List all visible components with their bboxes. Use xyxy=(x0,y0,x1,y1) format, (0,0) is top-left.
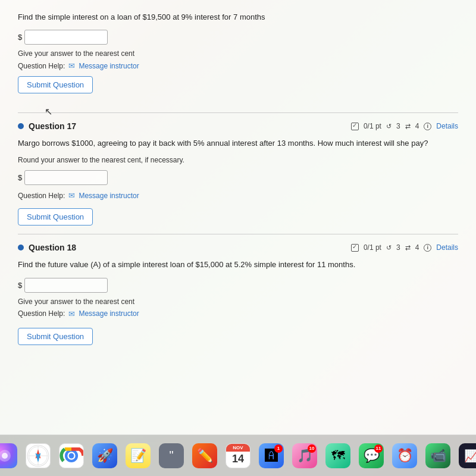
q18-mail-icon xyxy=(68,309,75,318)
prev-hint-text: Give your answer to the nearest cent xyxy=(18,49,458,58)
question-18-block: Question 18 0/1 pt ↺ 3 ⇄ 4 i Details Fin… xyxy=(18,234,458,345)
prev-dollar-sign: $ xyxy=(18,33,22,42)
q18-submit-button[interactable]: Submit Question xyxy=(18,328,93,345)
question-17-meta: 0/1 pt ↺ 3 ⇄ 4 i Details xyxy=(351,122,458,130)
q18-score: 0/1 pt xyxy=(364,243,381,252)
q17-mail-icon xyxy=(68,191,75,200)
prev-question-block: Find the simple interest on a loan of $1… xyxy=(18,12,458,103)
q18-info-icon[interactable]: i xyxy=(424,244,431,252)
q17-score: 0/1 pt xyxy=(364,122,381,130)
q18-message-instructor-link[interactable]: Message instructor xyxy=(79,309,139,318)
q17-problem-text: Margo borrows $1000, agreeing to pay it … xyxy=(18,138,458,149)
question-17-label: Question 17 xyxy=(29,121,76,131)
q17-details-link[interactable]: Details xyxy=(436,122,458,130)
q17-check xyxy=(351,123,359,130)
dock-rocket[interactable]: 🚀 xyxy=(90,441,119,470)
q17-retries: 3 xyxy=(396,122,400,130)
q18-retries: 3 xyxy=(396,243,400,252)
q17-answer-row: $ xyxy=(18,170,458,185)
q18-hint-text: Give your answer to the nearest cent xyxy=(18,298,458,306)
question-18-meta: 0/1 pt ↺ 3 ⇄ 4 i Details xyxy=(351,243,458,252)
question-17-block: Question 17 0/1 pt ↺ 3 ⇄ 4 i Details Mar… xyxy=(18,112,458,226)
question-18-dot xyxy=(18,245,24,250)
dock-messages[interactable]: 💬 11 xyxy=(357,441,386,470)
prev-question-help: Question Help: Message instructor xyxy=(18,61,458,70)
question-17-body: Margo borrows $1000, agreeing to pay it … xyxy=(18,138,458,226)
dock-notes[interactable]: 📝 xyxy=(124,441,152,470)
dock-appstore[interactable]: 🅰 1 xyxy=(257,441,286,470)
q18-question-help: Question Help: Message instructor xyxy=(18,309,458,318)
q18-details-link[interactable]: Details xyxy=(436,243,458,252)
q17-arrows-count: 4 xyxy=(415,122,419,130)
prev-answer-row: $ xyxy=(18,30,458,45)
dock-music[interactable]: 🎵 10 xyxy=(290,441,319,470)
dock-stocks[interactable]: 📈 99 xyxy=(457,441,476,470)
question-17-title: Question 17 xyxy=(18,121,76,131)
q18-retry-icon: ↺ xyxy=(386,244,392,252)
appstore-badge: 1 xyxy=(274,444,283,453)
question-18-label: Question 18 xyxy=(29,243,76,252)
svg-point-13 xyxy=(69,453,74,458)
q18-answer-input[interactable] xyxy=(24,278,108,293)
prev-submit-button[interactable]: Submit Question xyxy=(18,76,93,93)
messages-badge: 11 xyxy=(374,444,383,453)
question-17-header: Question 17 0/1 pt ↺ 3 ⇄ 4 i Details xyxy=(18,121,458,131)
q17-hint-text: Round your answer to the nearest cent, i… xyxy=(18,156,458,164)
dock-siri[interactable] xyxy=(0,441,19,470)
q18-help-label: Question Help: xyxy=(18,309,65,318)
q18-dollar-sign: $ xyxy=(18,281,22,290)
dock-pencil[interactable]: ✏️ xyxy=(190,441,219,470)
dock-clock[interactable]: ⏰ xyxy=(390,441,419,470)
macos-dock: 🚀 📝 " ✏️ NOV 14 🅰 1 🎵 xyxy=(0,434,476,476)
dock-chrome[interactable] xyxy=(57,441,86,470)
question-17-dot xyxy=(18,123,24,129)
prev-help-label: Question Help: xyxy=(18,62,65,70)
q17-retry-icon: ↺ xyxy=(386,123,392,130)
dock-quotes[interactable]: " xyxy=(157,441,186,470)
question-18-header: Question 18 0/1 pt ↺ 3 ⇄ 4 i Details xyxy=(18,243,458,252)
question-18-title: Question 18 xyxy=(18,243,76,252)
q17-info-icon[interactable]: i xyxy=(424,123,431,130)
q18-arrows-icon: ⇄ xyxy=(405,244,411,252)
q18-checkbox-icon xyxy=(351,244,359,252)
q17-arrows-icon: ⇄ xyxy=(405,123,411,130)
q17-help-label: Question Help: xyxy=(18,192,65,200)
q18-check xyxy=(351,244,359,252)
music-badge: 10 xyxy=(308,444,316,453)
prev-answer-input[interactable] xyxy=(24,30,108,45)
q17-checkbox-icon xyxy=(351,123,359,130)
q18-arrows-count: 4 xyxy=(415,243,419,252)
prev-mail-icon xyxy=(68,61,75,70)
q18-problem-text: Find the future value (A) of a simple in… xyxy=(18,259,458,270)
prev-message-instructor-link[interactable]: Message instructor xyxy=(79,62,139,70)
q17-question-help: Question Help: Message instructor xyxy=(18,191,458,200)
q17-submit-button[interactable]: Submit Question xyxy=(18,208,93,226)
q17-dollar-sign: $ xyxy=(18,173,22,182)
q18-answer-row: $ xyxy=(18,278,458,293)
prev-problem-text: Find the simple interest on a loan of $1… xyxy=(18,12,458,23)
q17-answer-input[interactable] xyxy=(24,170,108,185)
dock-facetime[interactable]: 📹 xyxy=(424,441,452,470)
content-area: Find the simple interest on a loan of $1… xyxy=(0,0,476,434)
dock-calendar[interactable]: NOV 14 xyxy=(224,441,252,470)
question-18-body: Find the future value (A) of a simple in… xyxy=(18,259,458,345)
q17-message-instructor-link[interactable]: Message instructor xyxy=(79,192,139,200)
dock-maps[interactable]: 🗺 xyxy=(324,441,352,470)
dock-safari[interactable] xyxy=(24,441,52,470)
